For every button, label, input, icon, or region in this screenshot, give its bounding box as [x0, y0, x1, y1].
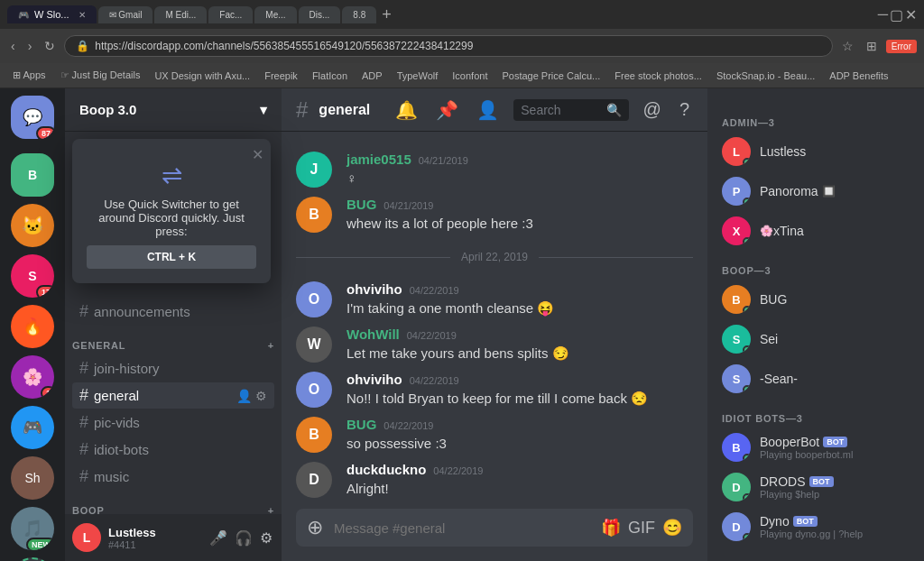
user-settings-button[interactable]: ⚙: [258, 528, 274, 548]
bookmark-flaticon[interactable]: FlatIcon: [307, 69, 353, 83]
member-status-indicator: [743, 237, 751, 245]
server-icon-2[interactable]: 🐱: [11, 204, 54, 247]
message-content: I'm taking a one month cleanse 😝: [346, 299, 693, 317]
message-input-area: ⊕ 🎁 GIF 😊: [282, 509, 707, 561]
tab-item[interactable]: Fac...: [208, 6, 253, 23]
at-button[interactable]: @: [640, 96, 665, 124]
bookmark-ux[interactable]: UX Design with Axu...: [149, 69, 255, 83]
channel-hash-icon: #: [79, 386, 88, 405]
channel-item-idiot-bots[interactable]: # idiot-bots: [72, 437, 274, 463]
server-icon-6[interactable]: 🎮: [11, 406, 54, 449]
message-avatar: W: [296, 326, 332, 363]
gift-icon[interactable]: 🎁: [601, 518, 621, 538]
member-item-bug[interactable]: B BUG: [715, 280, 917, 319]
bookmark-button[interactable]: ☆: [838, 35, 857, 57]
bookmark-jbd[interactable]: ☞ Just Big Details: [55, 68, 146, 83]
bookmark-iconfont[interactable]: Iconfont: [447, 69, 493, 83]
tab-item[interactable]: Me...: [254, 6, 296, 23]
minimize-button[interactable]: ─: [878, 6, 888, 23]
member-item-panoroma[interactable]: P Panoroma 🔲: [715, 171, 917, 211]
close-button[interactable]: ✕: [905, 6, 917, 23]
tab-close[interactable]: ✕: [79, 10, 86, 20]
server-icon-7[interactable]: Sh: [11, 456, 54, 500]
add-channel-icon[interactable]: +: [268, 340, 274, 351]
address-bar[interactable]: 🔒 https://discordapp.com/channels/556385…: [64, 35, 832, 57]
bookmark-apps[interactable]: ⊞ Apps: [7, 68, 51, 83]
search-box[interactable]: Search 🔍: [513, 99, 628, 121]
emoji-icon[interactable]: 😊: [662, 518, 682, 538]
channel-item-announcements[interactable]: # announcements: [72, 299, 274, 325]
message-header: BUG 04/21/2019: [346, 197, 693, 212]
message-body: ohviviho 04/22/2019 I'm taking a one mon…: [346, 281, 693, 317]
server-icon-3[interactable]: S 17: [11, 254, 54, 298]
channel-item-join-history[interactable]: # join-history: [72, 355, 274, 382]
server-icon-8[interactable]: 🎵 NEW: [11, 507, 54, 550]
bookmark-stocksnap[interactable]: StockSnap.io - Beau...: [711, 69, 820, 83]
bookmark-adp[interactable]: ADP: [356, 69, 388, 83]
bookmark-free-stock[interactable]: Free stock photos...: [609, 69, 707, 83]
tab-item[interactable]: ✉ Gmail: [98, 6, 153, 23]
help-button[interactable]: ?: [676, 96, 693, 124]
message-row: B BUG 04/22/2019 so possessive :3: [282, 413, 707, 456]
message-timestamp: 04/22/2019: [433, 465, 483, 476]
channel-name-label: idiot-bots: [94, 442, 149, 457]
tab-item[interactable]: 8.8: [342, 6, 376, 23]
bookmark-postage[interactable]: Postage Price Calcu...: [496, 69, 605, 83]
member-item-lustless[interactable]: L Lustless: [715, 132, 917, 171]
server-icon-5[interactable]: 🌸 1: [11, 355, 54, 399]
category-boop[interactable]: BOOP +: [65, 491, 282, 514]
member-name: DRODS: [760, 474, 806, 489]
invite-icon[interactable]: 👤: [236, 389, 252, 403]
server-icon-4[interactable]: 🔥: [11, 305, 54, 348]
server-icon-1[interactable]: B: [11, 153, 54, 197]
bookmark-typewolf[interactable]: TypeWolf: [392, 69, 444, 83]
user-controls: 🎤 🎧 ⚙: [208, 528, 274, 548]
category-general[interactable]: GENERAL +: [65, 326, 282, 354]
member-item-sei[interactable]: S Sei: [715, 319, 917, 359]
refresh-button[interactable]: ↻: [41, 35, 59, 57]
back-button[interactable]: ‹: [7, 35, 19, 57]
tab-item[interactable]: M Edi...: [154, 6, 207, 23]
channel-item-pic-vids[interactable]: # pic-vids: [72, 409, 274, 436]
message-header: jamie0515 04/21/2019: [346, 152, 693, 167]
member-info: Dyno BOT Playing dyno.gg | ?help: [760, 514, 863, 539]
member-item-drods[interactable]: D DRODS BOT Playing $help: [715, 467, 917, 507]
member-item-booperbot[interactable]: B BooperBot BOT Playing booperbot.ml: [715, 428, 917, 467]
tab-item[interactable]: Dis...: [299, 6, 341, 23]
channel-item-general[interactable]: # general 👤 ⚙: [72, 382, 274, 409]
channel-item-music[interactable]: # music: [72, 464, 274, 490]
add-attachment-button[interactable]: ⊕: [307, 509, 323, 547]
maximize-button[interactable]: ▢: [890, 6, 903, 23]
member-item-sean[interactable]: S -Sean-: [715, 359, 917, 399]
channel-header: # general 🔔 📌 👤 Search 🔍 @ ?: [282, 88, 707, 132]
bookmark-adp-benefits[interactable]: ADP Benefits: [824, 69, 893, 83]
user-avatar: L: [72, 523, 101, 552]
members-button[interactable]: 👤: [473, 96, 503, 124]
notification-settings-button[interactable]: 🔔: [392, 96, 421, 124]
notification-badge: 87: [36, 126, 54, 139]
add-channel-icon[interactable]: +: [268, 505, 274, 514]
active-tab[interactable]: 🎮 W Slo... ✕: [7, 5, 97, 23]
add-server-button[interactable]: +: [11, 557, 54, 561]
member-item-xtina[interactable]: X 🌸 xTina: [715, 211, 917, 251]
user-info: Lustless #4411: [108, 526, 200, 550]
channel-action-icons: 👤 ⚙: [236, 389, 267, 403]
server-icon-home[interactable]: 💬 87: [11, 96, 54, 139]
bookmark-freepik[interactable]: Freepik: [259, 69, 303, 83]
channel-header-name: general: [319, 102, 370, 118]
forward-button[interactable]: ›: [24, 35, 36, 57]
mute-button[interactable]: 🎤: [208, 528, 229, 548]
member-item-dyno[interactable]: D Dyno BOT Playing dyno.gg | ?help: [715, 507, 917, 547]
gif-icon[interactable]: GIF: [628, 519, 655, 538]
settings-icon[interactable]: ⚙: [255, 389, 267, 403]
message-timestamp: 04/22/2019: [383, 420, 433, 431]
extensions-button[interactable]: ⊞: [863, 35, 881, 57]
message-author: WohWill: [346, 326, 400, 342]
message-author: BUG: [346, 417, 376, 432]
server-header[interactable]: Boop 3.0 ▾: [65, 88, 282, 132]
new-tab-button[interactable]: +: [382, 5, 392, 24]
pin-button[interactable]: 📌: [432, 96, 462, 124]
quick-switcher-close-button[interactable]: ✕: [252, 146, 263, 163]
message-input[interactable]: [334, 510, 590, 547]
deafen-button[interactable]: 🎧: [233, 528, 254, 548]
